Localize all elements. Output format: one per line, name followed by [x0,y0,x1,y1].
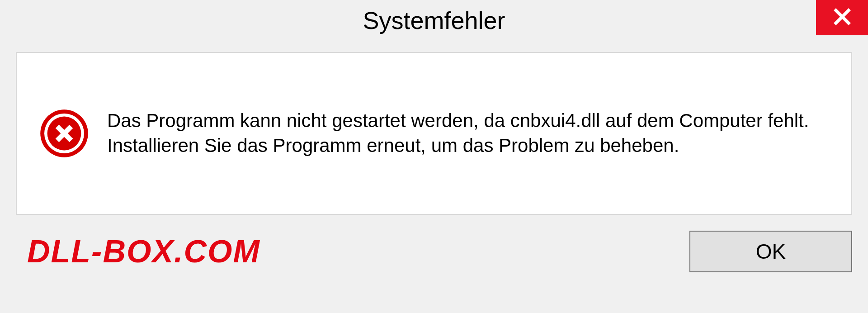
close-button[interactable] [816,0,868,35]
dialog-footer: DLL-BOX.COM OK [16,231,852,272]
close-icon [833,7,852,28]
dialog-message: Das Programm kann nicht gestartet werden… [107,109,829,158]
dialog-title: Systemfehler [363,6,505,34]
title-bar: Systemfehler [0,0,868,41]
error-icon [39,109,89,158]
ok-button[interactable]: OK [689,231,852,272]
dialog-content: Das Programm kann nicht gestartet werden… [16,52,852,215]
watermark-text: DLL-BOX.COM [16,233,260,270]
